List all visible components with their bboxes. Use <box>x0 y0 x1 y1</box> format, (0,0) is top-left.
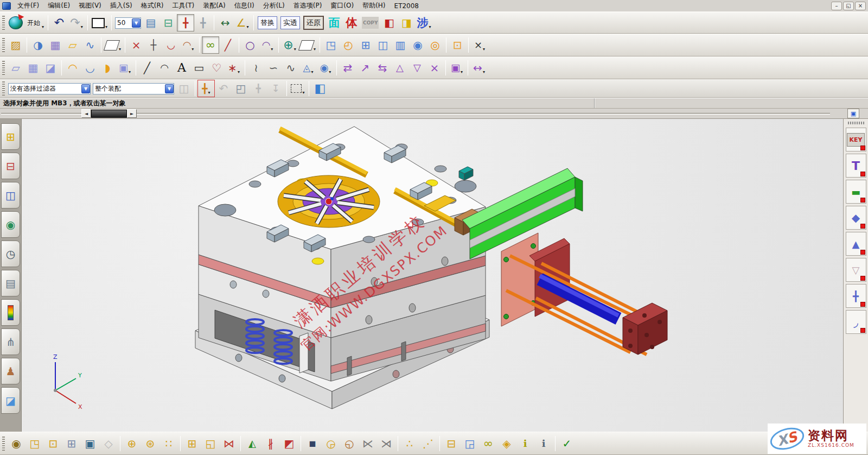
marquee-select-icon[interactable]: ▾ <box>289 80 307 97</box>
simplify-curve-icon[interactable]: ∿ <box>282 59 299 77</box>
swap-component-icon[interactable]: ◩ <box>280 434 298 453</box>
close-button[interactable]: × <box>855 2 866 10</box>
remember-position-icon[interactable]: ∴ <box>400 434 419 453</box>
line-icon[interactable]: ╱ <box>219 36 237 54</box>
hole-icon[interactable]: ◉ <box>409 36 426 54</box>
face-rule-icon[interactable]: ◰ <box>232 80 250 97</box>
shaded-cube-icon[interactable]: ◧ <box>311 80 329 97</box>
dropdown-caret-icon[interactable]: ▾ <box>105 24 107 31</box>
dropdown-caret-icon[interactable]: ▾ <box>302 90 304 97</box>
explode-assembly-icon[interactable]: ⊞ <box>62 434 81 453</box>
reuse-block-item[interactable]: ◆ <box>846 206 866 230</box>
circle-icon[interactable]: ○ <box>241 36 259 54</box>
start-menu-button[interactable]: 开始▾ <box>24 14 46 31</box>
sweep-ribbon-icon[interactable]: ∿ <box>81 36 99 54</box>
menu-0[interactable]: 文件(F) <box>13 0 43 11</box>
restore-button[interactable]: ◱ <box>843 2 854 10</box>
bridge-curve-icon[interactable]: ∽ <box>265 59 282 77</box>
work-layer-combo-arrow-icon[interactable]: ▼ <box>132 18 141 28</box>
array-component-icon[interactable]: ⊞ <box>183 434 201 453</box>
menu-3[interactable]: 插入(S) <box>106 0 137 11</box>
arrangements-icon[interactable]: ⊟ <box>442 434 461 453</box>
open-component-icon[interactable]: ◳ <box>25 434 44 453</box>
dropdown-caret-icon[interactable]: ▾ <box>238 69 240 76</box>
selection-scope-combo[interactable]: 整个装配▼ <box>93 83 174 94</box>
rectangle-curve-icon[interactable]: ▭ <box>190 59 208 77</box>
section-surface-icon[interactable]: ◡ <box>81 59 99 77</box>
profile-curve-icon[interactable]: ♡ <box>208 59 225 77</box>
isolate-component-icon[interactable]: ∦ <box>261 434 280 453</box>
dropdown-caret-icon[interactable]: ▾ <box>429 24 431 31</box>
text-curve-icon[interactable]: A <box>173 59 190 77</box>
pin-icon[interactable]: ↧ <box>267 80 284 97</box>
line-curve-icon[interactable]: ╱ <box>138 59 156 77</box>
reuse-green-block-item[interactable]: ▬ <box>846 180 866 204</box>
shell-icon[interactable]: ◫ <box>374 36 392 54</box>
offset-curve-icon[interactable]: ≀ <box>247 59 265 77</box>
delete-face-icon[interactable]: × <box>426 59 443 77</box>
minimize-button[interactable]: – <box>831 2 842 10</box>
fillet-curve-icon[interactable]: ◡ <box>162 36 180 54</box>
move-face-icon[interactable]: ⇄ <box>339 59 356 77</box>
assembly-constraints-icon[interactable]: ⋉ <box>359 434 377 453</box>
offset-region-icon[interactable]: △ <box>391 59 409 77</box>
dropdown-caret-icon[interactable]: ▾ <box>329 69 331 76</box>
snapshot-icon[interactable]: ▣ <box>81 434 99 453</box>
slot-icon[interactable]: ▥ <box>392 36 409 54</box>
face-select-button[interactable]: 面 <box>326 14 343 31</box>
dropdown-caret-icon[interactable]: ▾ <box>483 69 485 76</box>
structure-report-icon[interactable]: ℹ <box>534 434 553 453</box>
selection-filter-combo[interactable]: 没有选择过滤器▼ <box>8 83 91 94</box>
body-select-button[interactable]: 体 <box>343 14 360 31</box>
edit-curve-icon[interactable]: ◠▾ <box>180 36 197 54</box>
redo-icon[interactable]: ↷▾ <box>68 14 85 31</box>
menu-4[interactable]: 格式(R) <box>137 0 168 11</box>
dropdown-caret-icon[interactable]: ▾ <box>294 47 296 53</box>
dropdown-caret-icon[interactable]: ▾ <box>271 47 273 53</box>
swept-surface-icon[interactable]: ◠ <box>64 59 81 77</box>
dropdown-caret-icon[interactable]: ▾ <box>208 90 210 97</box>
drag-component-icon[interactable]: ◇ <box>99 434 118 453</box>
show-constraints-icon[interactable]: ⋊ <box>377 434 395 453</box>
reuse-cross-item[interactable]: ╋ <box>846 284 866 308</box>
system-tools-tab[interactable]: ⋔ <box>1 328 20 355</box>
reuse-elbow-item[interactable]: ◞ <box>846 310 866 334</box>
menu-6[interactable]: 装配(A) <box>199 0 230 11</box>
bounded-plane-icon[interactable]: ◪ <box>42 59 59 77</box>
selection-filter-combo-arrow-icon[interactable]: ▼ <box>81 84 90 93</box>
boundary-display-swatch[interactable]: ▾ <box>90 14 109 31</box>
dropdown-caret-icon[interactable]: ▾ <box>246 24 248 31</box>
selection-scope-combo-arrow-icon[interactable]: ▼ <box>165 84 174 93</box>
wcs-dynamics-icon[interactable]: ╋ <box>177 14 194 31</box>
mesh-surface-icon[interactable]: ▦ <box>24 59 42 77</box>
reuse-key-item[interactable]: KEY <box>846 128 866 151</box>
interference-check-button[interactable]: 涉▾ <box>415 14 432 31</box>
dropdown-caret-icon[interactable]: ▾ <box>42 24 44 31</box>
wcs-orient-icon[interactable]: ╋ <box>194 14 212 31</box>
pull-face-icon[interactable]: ↗ <box>356 59 374 77</box>
menu-11[interactable]: 帮助(H) <box>358 0 390 11</box>
sketch-icon[interactable]: ▨ <box>7 36 24 54</box>
show-component-icon[interactable]: ◧ <box>380 14 398 31</box>
menu-7[interactable]: 信息(I) <box>230 0 259 11</box>
scroll-left-button[interactable]: ◄ <box>81 109 91 118</box>
replace-face-icon[interactable]: ⇆ <box>374 59 391 77</box>
ruled-surface-icon[interactable]: ▱ <box>7 59 24 77</box>
point-icon[interactable]: ∗▾ <box>225 59 242 77</box>
block-icon[interactable]: ⊞ <box>357 36 374 54</box>
dropdown-caret-icon[interactable]: ▾ <box>483 47 485 53</box>
reuse-plate-item[interactable]: ▲ <box>846 232 866 256</box>
section-grid-icon[interactable]: ▦ <box>47 36 64 54</box>
dropdown-caret-icon[interactable]: ▾ <box>461 69 463 76</box>
layer-visibility-icon[interactable]: ⊟ <box>159 14 177 31</box>
replace-reference-set-button[interactable]: 替换 <box>256 14 279 31</box>
copy-display-button[interactable]: COPY <box>360 14 380 31</box>
component-outline-icon[interactable]: ⊡ <box>44 434 62 453</box>
divide-curve-icon[interactable]: ┼ <box>145 36 162 54</box>
dropdown-caret-icon[interactable]: ▾ <box>311 69 313 76</box>
point-snap-icon[interactable]: ╋ <box>250 80 267 97</box>
scroll-right-button[interactable]: ► <box>127 109 137 118</box>
new-component-icon[interactable]: ⊛ <box>141 434 159 453</box>
graphics-viewport[interactable]: 潇洒职业培训学校 官网:WWW.DGXSPX.COM Z Y X <box>22 119 843 432</box>
dropdown-caret-icon[interactable]: ▾ <box>119 47 121 53</box>
